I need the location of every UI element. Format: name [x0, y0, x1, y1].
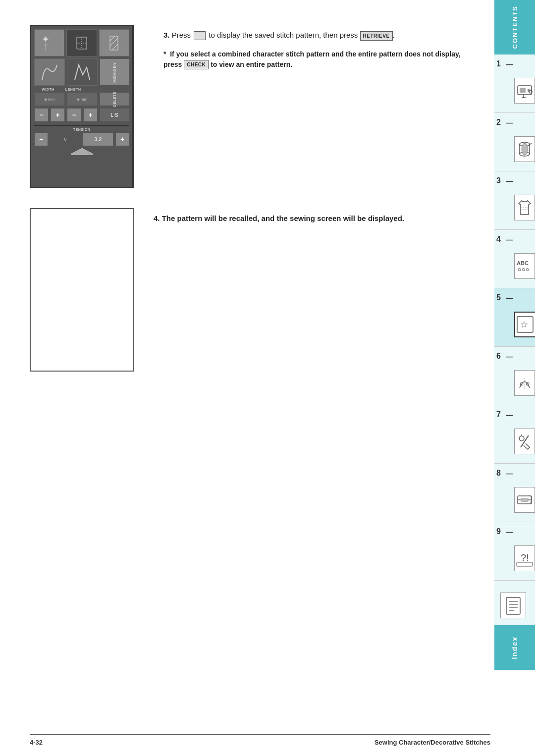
width-minus-btn[interactable]: − [34, 108, 49, 122]
pattern-cell-5 [67, 58, 98, 86]
troubleshoot-icon: ?! [515, 548, 535, 568]
step3-image: MEMORY WIDTH LENGTH ■ mm ■ [30, 25, 144, 188]
main-content: MEMORY WIDTH LENGTH ■ mm ■ [0, 0, 494, 756]
sidebar-num-4: 4 [496, 235, 505, 244]
sidebar-dash-3: — [506, 177, 513, 185]
svg-point-21 [519, 436, 524, 441]
embroidery-icon [515, 373, 535, 393]
step4-instruction-text: The pattern will be recalled, and the se… [162, 214, 404, 222]
retrieve-btn: RETRIEVE [360, 31, 393, 41]
delete-button: DELETE [100, 92, 129, 106]
contents-label: CONTENTS [511, 5, 519, 49]
step4-number: 4. [154, 214, 160, 222]
notes-icon [503, 595, 523, 615]
step3-section: MEMORY WIDTH LENGTH ■ mm ■ [30, 25, 475, 188]
sidebar-icon-box-5: ☆ [514, 312, 535, 337]
sidebar-icon-box-9: ?! [514, 545, 535, 571]
sidebar-item-9[interactable]: 9 — ?! [494, 522, 535, 581]
machine-screen: MEMORY WIDTH LENGTH ■ mm ■ [30, 25, 134, 188]
width-label: WIDTH [42, 88, 54, 91]
sidebar-icon-box-6 [514, 370, 535, 396]
svg-rect-1 [520, 88, 526, 93]
pattern-cell-2 [66, 29, 97, 56]
star-pattern-icon: ☆ [515, 315, 535, 334]
sidebar-item-notes[interactable] [494, 581, 535, 625]
sidebar-dash-5: — [506, 294, 513, 302]
check-btn: CHECK [184, 60, 209, 69]
sidebar-icon-box-1 [514, 78, 535, 104]
width-mm-label: mm [48, 97, 54, 102]
index-tab[interactable]: Index [494, 625, 535, 670]
notes-icon-box [500, 593, 526, 618]
sidebar-item-8[interactable]: 8 — [494, 464, 535, 522]
tension-scale-bar [71, 148, 93, 155]
page-number: 4-32 [30, 739, 43, 746]
svg-text:?!: ?! [521, 552, 529, 563]
sidebar-dash-6: — [506, 353, 513, 361]
sidebar-num-6: 6 [496, 352, 505, 361]
sidebar-num-1: 1 [496, 59, 505, 68]
step4-text: 4. The pattern will be recalled, and the… [154, 208, 475, 372]
svg-text:☆: ☆ [520, 320, 528, 329]
memory-button: MEMORY [100, 58, 129, 86]
sidebar-item-4[interactable]: 4 — ABC ✿✿✿ [494, 230, 535, 288]
index-label: Index [511, 636, 519, 659]
sidebar-dash-2: — [506, 119, 513, 127]
footer-title: Sewing Character/Decorative Stitches [374, 739, 490, 746]
ls-button[interactable]: L·S [100, 108, 129, 122]
sidebar-dash-4: — [506, 236, 513, 244]
tension-minus-btn[interactable]: − [34, 132, 48, 146]
sidebar-num-9: 9 [496, 527, 505, 536]
sidebar-num-7: 7 [496, 410, 505, 419]
sidebar-dash-9: — [506, 528, 513, 536]
length-mm-label: mm [81, 97, 87, 102]
sidebar-icon-box-8 [514, 487, 535, 513]
step4-instruction: 4. The pattern will be recalled, and the… [154, 213, 475, 224]
abc-icon: ABC ✿✿✿ [515, 256, 535, 276]
footer: 4-32 Sewing Character/Decorative Stitche… [30, 734, 490, 746]
delete-label: DELETE [113, 92, 116, 107]
svg-text:✿✿✿: ✿✿✿ [518, 267, 530, 272]
note-marker: * [163, 50, 166, 58]
step4-section: 4. The pattern will be recalled, and the… [30, 208, 475, 372]
svg-rect-29 [506, 597, 520, 614]
memory-inline-btn [194, 31, 206, 40]
maintenance-icon [515, 432, 535, 451]
sidebar-num-8: 8 [496, 469, 505, 478]
pattern-cell-1 [34, 29, 64, 56]
sidebar-item-2[interactable]: 2 — [494, 113, 535, 171]
sidebar-item-1[interactable]: 1 — [494, 54, 535, 113]
thread-spool-icon [515, 139, 535, 159]
bobbin-icon [515, 490, 535, 510]
tension-label: TENSION [34, 128, 129, 131]
sidebar-num-3: 3 [496, 176, 505, 185]
sidebar-num-2: 2 [496, 118, 505, 127]
step3-instruction: 3. Press to display the saved stitch pat… [163, 30, 475, 41]
sidebar-item-3[interactable]: 3 — [494, 171, 535, 230]
sewing-machine-icon [515, 81, 535, 101]
length-minus-btn[interactable]: − [67, 108, 81, 122]
contents-tab[interactable]: CONTENTS [494, 0, 535, 54]
pattern-cell-4 [34, 58, 65, 86]
right-sidebar: CONTENTS 1 — 2 — [494, 0, 535, 756]
step3-note: * If you select a combined character sti… [163, 49, 475, 70]
svg-rect-24 [521, 498, 529, 502]
sidebar-item-6[interactable]: 6 — [494, 347, 535, 405]
step4-image [30, 208, 134, 372]
sidebar-dash-8: — [506, 470, 513, 478]
step3-note-text: If you select a combined character stitc… [163, 50, 461, 68]
tension-value-display: 3.2 [83, 132, 113, 146]
width-mm-display: ■ mm [34, 92, 65, 106]
svg-point-10 [522, 143, 528, 155]
step3-number: 3. [163, 31, 170, 39]
sidebar-icon-box-4: ABC ✿✿✿ [514, 253, 535, 279]
length-label: LENGTH [65, 88, 81, 91]
sidebar-item-5[interactable]: 5 — ☆ [494, 288, 535, 347]
sidebar-item-7[interactable]: 7 — [494, 405, 535, 464]
sidebar-icon-box-3 [514, 195, 535, 220]
sidebar-num-5: 5 [496, 293, 505, 302]
tension-plus-btn[interactable]: + [115, 132, 129, 146]
length-plus-btn[interactable]: + [83, 108, 98, 122]
width-plus-btn[interactable]: + [51, 108, 65, 122]
svg-text:ABC: ABC [517, 260, 529, 266]
